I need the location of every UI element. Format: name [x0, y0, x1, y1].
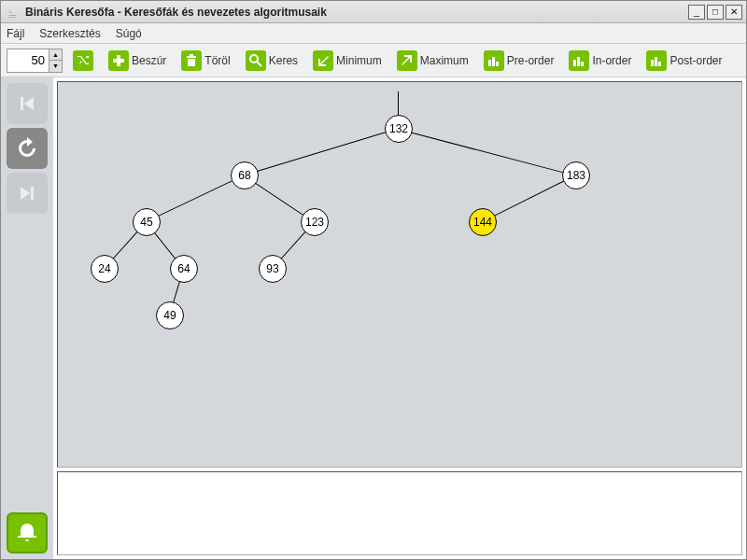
bars-icon — [569, 50, 589, 71]
svg-rect-4 — [190, 54, 193, 56]
menu-edit[interactable]: Szerkesztés — [39, 27, 100, 40]
svg-rect-9 — [496, 62, 499, 66]
inorder-button[interactable]: In-order — [564, 48, 636, 74]
output-panel — [57, 471, 742, 555]
window-controls: _ □ ✕ — [688, 5, 742, 20]
tree-edge — [245, 128, 399, 175]
svg-rect-10 — [573, 60, 576, 66]
maximum-button[interactable]: Maximum — [392, 48, 473, 74]
delete-label: Töröl — [204, 54, 230, 67]
titlebar: Bináris Keresőfa - Keresőfák és nevezete… — [1, 1, 746, 23]
svg-rect-17 — [31, 187, 34, 200]
svg-rect-1 — [113, 59, 124, 63]
search-button[interactable]: Keres — [241, 48, 303, 74]
preorder-button[interactable]: Pre-order — [479, 48, 559, 74]
maximize-button[interactable]: □ — [707, 5, 724, 20]
step-forward-button[interactable] — [7, 173, 48, 214]
tree-node[interactable]: 24 — [91, 255, 119, 283]
svg-rect-16 — [21, 97, 23, 110]
menubar: Fájl Szerkesztés Súgó — [1, 23, 746, 44]
close-button[interactable]: ✕ — [726, 5, 742, 20]
inorder-label: In-order — [592, 54, 631, 67]
postorder-label: Post-order — [669, 54, 722, 67]
preorder-label: Pre-order — [507, 54, 555, 67]
shuffle-button[interactable] — [68, 48, 98, 74]
tree-node[interactable]: 123 — [301, 208, 329, 236]
tree-node[interactable]: 93 — [259, 255, 287, 283]
svg-rect-7 — [488, 60, 491, 66]
value-spinner[interactable]: ▲ ▼ — [7, 49, 63, 73]
search-icon — [246, 50, 266, 71]
tree-node[interactable]: 144 — [469, 208, 497, 236]
maximum-label: Maximum — [420, 54, 469, 67]
svg-rect-15 — [658, 62, 661, 66]
bars-icon — [646, 50, 667, 71]
svg-rect-3 — [188, 59, 195, 66]
svg-rect-11 — [577, 57, 580, 66]
tree-node[interactable]: 45 — [133, 208, 161, 236]
window-title: Bináris Keresőfa - Keresőfák és nevezete… — [25, 6, 688, 19]
tree-node[interactable]: 49 — [156, 301, 184, 329]
tree-edge — [399, 129, 576, 176]
value-input[interactable] — [7, 49, 49, 72]
plus-icon — [108, 50, 129, 71]
insert-button[interactable]: Beszúr — [104, 48, 171, 74]
tree-node[interactable]: 132 — [385, 115, 413, 143]
toolbar: ▲ ▼ Beszúr Töröl Keres Minimum Maximum — [1, 44, 746, 77]
canvas-wrap: 132681834512314424649349 — [53, 77, 746, 559]
svg-rect-14 — [655, 57, 657, 66]
svg-rect-12 — [581, 62, 584, 66]
arrow-up-right-icon — [397, 50, 417, 71]
svg-rect-2 — [187, 56, 196, 58]
trash-icon — [181, 50, 202, 71]
menu-file[interactable]: Fájl — [7, 27, 24, 40]
tree-edge — [147, 175, 245, 222]
bell-button[interactable] — [7, 512, 48, 553]
spin-up[interactable]: ▲ — [49, 49, 62, 61]
arrow-down-left-icon — [313, 50, 333, 71]
tree-node[interactable]: 64 — [170, 255, 198, 283]
sidebar — [1, 77, 53, 559]
bars-icon — [484, 50, 504, 71]
menu-help[interactable]: Súgó — [116, 27, 142, 40]
delete-button[interactable]: Töröl — [176, 48, 234, 74]
java-icon — [5, 5, 20, 20]
replay-button[interactable] — [7, 128, 48, 169]
minimum-label: Minimum — [336, 54, 382, 67]
tree-node[interactable]: 183 — [562, 161, 590, 189]
tree-node[interactable]: 68 — [231, 161, 259, 189]
minimize-button[interactable]: _ — [688, 5, 705, 20]
step-back-button[interactable] — [7, 83, 48, 124]
svg-line-6 — [257, 62, 261, 66]
content-area: 132681834512314424649349 — [1, 77, 746, 559]
app-window: Bináris Keresőfa - Keresőfák és nevezete… — [0, 0, 747, 560]
svg-point-5 — [250, 55, 258, 63]
svg-rect-13 — [651, 60, 654, 66]
tree-canvas[interactable]: 132681834512314424649349 — [57, 81, 742, 468]
svg-rect-8 — [492, 57, 495, 66]
spin-down[interactable]: ▼ — [49, 61, 62, 72]
insert-label: Beszúr — [132, 54, 166, 67]
tree-edge — [483, 175, 576, 222]
minimum-button[interactable]: Minimum — [308, 48, 387, 74]
shuffle-icon — [73, 50, 93, 71]
search-label: Keres — [269, 54, 298, 67]
postorder-button[interactable]: Post-order — [641, 48, 726, 74]
